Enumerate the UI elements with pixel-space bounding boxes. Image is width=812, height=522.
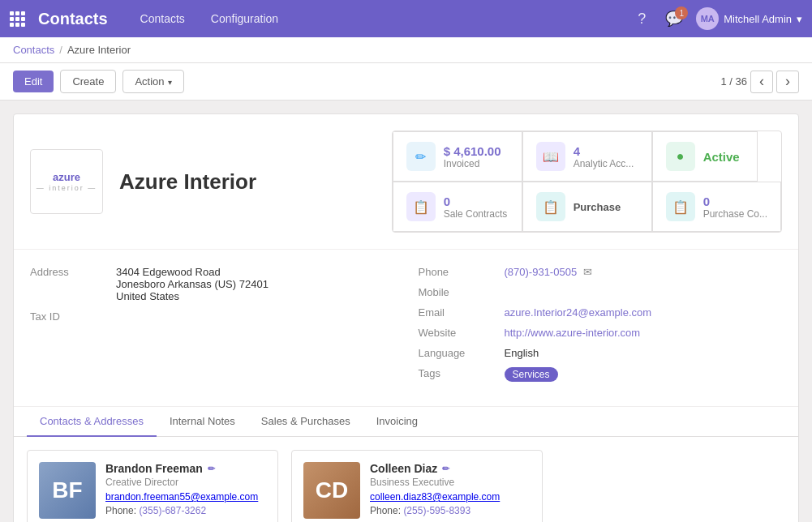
action-button-label: Action (135, 75, 164, 88)
mobile-row: Mobile (419, 286, 783, 298)
contact-email-brandon[interactable]: brandon.freeman55@example.com (105, 491, 266, 503)
sale-contracts-icon: 📋 (406, 192, 436, 221)
username: Mitchell Admin (724, 13, 792, 25)
purchase-contracts-value: 0 (703, 195, 767, 208)
company-header: azure — interior — Azure Interior ✏ $ 4,… (14, 114, 798, 250)
tab-sales-purchases[interactable]: Sales & Purchases (248, 407, 363, 437)
contact-card-brandon: BF Brandon Freeman ✏ Creative Director b… (27, 450, 278, 522)
address-value: 3404 Edgewood Road Jonesboro Arkansas (U… (116, 266, 269, 302)
next-page-button[interactable] (776, 71, 799, 93)
website-label: Website (419, 327, 492, 339)
invoiced-icon: ✏ (406, 142, 436, 171)
top-navigation: Contacts Contacts Configuration ? 💬 1 MA… (0, 0, 812, 37)
chat-icon[interactable]: 💬 1 (665, 10, 683, 28)
address-line2: Jonesboro Arkansas (US) 72401 (116, 278, 269, 290)
website-value: http://www.azure-interior.com (505, 327, 641, 339)
action-chevron-icon (168, 75, 172, 88)
edit-brandon-icon[interactable]: ✏ (208, 464, 215, 474)
nav-configuration[interactable]: Configuration (204, 12, 285, 25)
purchase-label: Purchase (574, 201, 621, 213)
website-row: Website http://www.azure-interior.com (419, 327, 783, 339)
analytic-icon: 📖 (536, 142, 565, 171)
action-bar: Edit Create Action 1 / 36 (0, 63, 812, 101)
contact-info-colleen: Colleen Diaz ✏ Business Executive collee… (370, 462, 531, 516)
user-chevron-icon: ▾ (797, 13, 802, 25)
tax-id-label: Tax ID (30, 310, 103, 323)
mobile-label: Mobile (419, 286, 492, 298)
nav-contacts[interactable]: Contacts (134, 12, 191, 25)
create-button[interactable]: Create (60, 70, 116, 93)
contact-phone-colleen: Phone: (255)-595-8393 (370, 505, 531, 516)
contact-email-colleen[interactable]: colleen.diaz83@example.com (370, 491, 531, 503)
stat-active[interactable]: ● Active (652, 131, 758, 182)
tag-services[interactable]: Services (505, 367, 558, 382)
breadcrumb-current: Azure Interior (67, 44, 131, 56)
language-value: English (505, 347, 539, 359)
logo-text: azure (37, 171, 97, 185)
stat-analytic[interactable]: 📖 4 Analytic Acc... (522, 131, 652, 182)
purchase-contracts-label: Purchase Co... (703, 208, 767, 220)
page-count: 1 / 36 (720, 75, 747, 88)
analytic-label: Analytic Acc... (574, 158, 634, 169)
chevron-right-icon (785, 73, 790, 90)
company-logo: azure — interior — (30, 149, 103, 214)
details-section: Address 3404 Edgewood Road Jonesboro Ark… (14, 250, 798, 407)
breadcrumb: Contacts / Azure Interior (0, 37, 812, 63)
stat-purchase[interactable]: 📋 Purchase (522, 182, 652, 232)
phone-label: Phone (419, 266, 492, 278)
contact-card-colleen: CD Colleen Diaz ✏ Business Executive col… (291, 450, 543, 522)
breadcrumb-parent[interactable]: Contacts (13, 44, 54, 56)
main-content: azure — interior — Azure Interior ✏ $ 4,… (13, 113, 799, 522)
tags-row: Tags Services (419, 367, 783, 382)
stat-sale-contracts[interactable]: 📋 0 Sale Contracts (393, 182, 522, 232)
contact-role-colleen: Business Executive (370, 477, 531, 488)
contact-name-brandon: Brandon Freeman (105, 462, 203, 475)
active-icon: ● (666, 142, 695, 171)
contact-info-brandon: Brandon Freeman ✏ Creative Director bran… (105, 462, 266, 516)
email-label: Email (419, 306, 492, 319)
edit-button[interactable]: Edit (13, 71, 54, 92)
contact-phone-brandon: Phone: (355)-687-3262 (105, 505, 266, 516)
edit-colleen-icon[interactable]: ✏ (442, 464, 449, 474)
stat-purchase-contracts[interactable]: 📋 0 Purchase Co... (652, 182, 781, 232)
contact-photo-colleen: CD (303, 462, 360, 519)
sale-contracts-label: Sale Contracts (444, 208, 508, 220)
tags-label: Tags (419, 367, 492, 379)
details-left: Address 3404 Edgewood Road Jonesboro Ark… (30, 266, 394, 390)
tax-id-row: Tax ID (30, 310, 394, 323)
address-line3: United States (116, 290, 269, 302)
action-button[interactable]: Action (122, 70, 183, 93)
help-icon[interactable]: ? (638, 11, 646, 28)
details-right: Phone (870)-931-0505 ✉ Mobile Email azur… (419, 266, 783, 390)
tab-contacts-addresses[interactable]: Contacts & Addresses (27, 407, 157, 437)
tab-internal-notes[interactable]: Internal Notes (157, 407, 248, 437)
app-switcher-icon[interactable] (10, 11, 25, 27)
phone-link[interactable]: (870)-931-0505 (505, 266, 578, 278)
phone-row: Phone (870)-931-0505 ✉ (419, 266, 783, 278)
sale-contracts-value: 0 (444, 195, 508, 208)
company-name: Azure Interior (119, 169, 376, 195)
analytic-value: 4 (574, 144, 634, 158)
user-menu[interactable]: MA Mitchell Admin ▾ (696, 7, 802, 30)
prev-page-button[interactable] (750, 71, 773, 93)
invoiced-label: Invoiced (444, 158, 501, 169)
breadcrumb-separator: / (59, 44, 62, 56)
phone-value: (870)-931-0505 ✉ (505, 266, 593, 278)
purchase-icon: 📋 (536, 192, 565, 221)
phone-email-icon[interactable]: ✉ (583, 266, 592, 278)
contact-role-brandon: Creative Director (105, 477, 266, 488)
contacts-grid: BF Brandon Freeman ✏ Creative Director b… (14, 437, 798, 522)
purchase-contracts-icon: 📋 (666, 192, 695, 221)
logo-sub: — interior — (37, 184, 97, 192)
address-line1: 3404 Edgewood Road (116, 266, 269, 278)
stat-invoiced[interactable]: ✏ $ 4,610.00 Invoiced (393, 131, 522, 182)
language-label: Language (419, 347, 492, 359)
language-row: Language English (419, 347, 783, 359)
pagination: 1 / 36 (720, 71, 799, 93)
tab-invoicing[interactable]: Invoicing (363, 407, 431, 437)
address-row: Address 3404 Edgewood Road Jonesboro Ark… (30, 266, 394, 302)
invoiced-value: $ 4,610.00 (444, 144, 501, 158)
website-link[interactable]: http://www.azure-interior.com (505, 327, 641, 339)
tabs-bar: Contacts & Addresses Internal Notes Sale… (14, 407, 798, 437)
email-link[interactable]: azure.Interior24@example.com (505, 306, 652, 319)
